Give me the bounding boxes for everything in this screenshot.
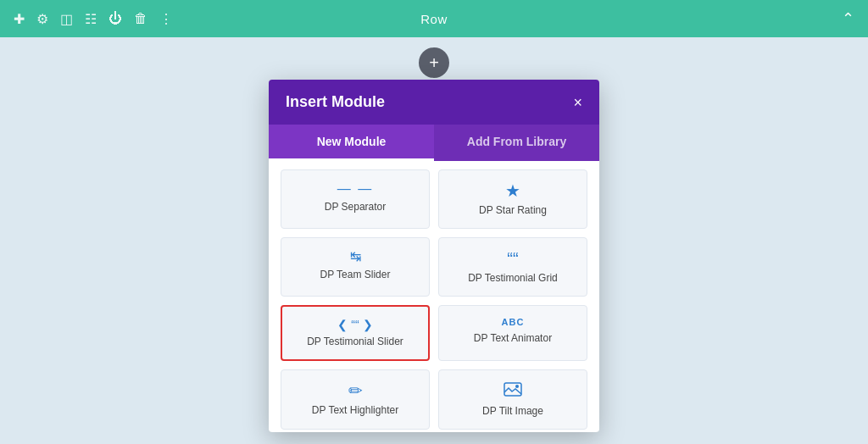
module-label: DP Text Highlighter (312, 404, 398, 416)
chevron-up-icon[interactable]: ⌃ (842, 9, 854, 28)
modal-title: Insert Module (286, 93, 385, 111)
module-item-dp-star-rating[interactable]: ★ DP Star Rating (438, 169, 587, 229)
module-label: DP Tilt Image (482, 405, 543, 417)
modal-tabs: New Module Add From Library (269, 125, 599, 161)
module-label: DP Testimonial Slider (307, 336, 403, 347)
module-label: DP Text Animator (474, 332, 552, 344)
module-label: DP Team Slider (320, 269, 391, 280)
modal-close-button[interactable]: × (573, 95, 582, 110)
svg-point-1 (515, 385, 519, 388)
grid-icon[interactable]: ☷ (85, 11, 97, 27)
insert-module-modal: Insert Module × New Module Add From Libr… (269, 80, 599, 432)
trash-icon[interactable]: 🗑 (134, 11, 147, 26)
dots-icon[interactable]: ⋮ (159, 11, 173, 27)
tab-new-module[interactable]: New Module (269, 125, 434, 161)
toolbar-title: Row (420, 12, 448, 26)
module-item-dp-text-animator[interactable]: ABC DP Text Animator (438, 305, 587, 361)
tilt-image-icon (504, 382, 522, 400)
team-slider-icon: ↹ (350, 250, 361, 264)
testimonial-slider-icon: ❮ ““ ❯ (337, 319, 372, 330)
module-item-dp-separator[interactable]: — — DP Separator (281, 169, 430, 229)
gear-icon[interactable]: ⚙ (36, 11, 48, 27)
star-icon: ★ (505, 182, 520, 199)
module-grid: — — DP Separator ★ DP Star Rating ↹ DP T… (269, 161, 599, 432)
main-area: + Insert Module × New Module Add From Li… (0, 37, 868, 444)
toolbar: ✚ ⚙ ◫ ☷ ⏻ 🗑 ⋮ Row ⌃ (0, 0, 868, 37)
separator-icon: — — (337, 182, 373, 196)
module-label: DP Testimonial Grid (468, 272, 558, 284)
quote-icon: ““ (507, 250, 518, 267)
layers-icon[interactable]: ◫ (60, 11, 73, 27)
modal-header: Insert Module × (269, 80, 599, 125)
module-label: DP Separator (325, 201, 387, 213)
module-label: DP Star Rating (479, 204, 547, 216)
plus-icon[interactable]: ✚ (14, 11, 25, 27)
module-item-dp-team-slider[interactable]: ↹ DP Team Slider (281, 237, 430, 297)
tab-add-from-library[interactable]: Add From Library (434, 125, 599, 161)
module-item-dp-testimonial-grid[interactable]: ““ DP Testimonial Grid (438, 237, 587, 297)
text-animator-icon: ABC (502, 318, 525, 327)
add-module-button[interactable]: + (419, 47, 449, 78)
highlighter-icon: ✏ (348, 382, 363, 399)
power-icon[interactable]: ⏻ (108, 11, 122, 26)
module-item-dp-testimonial-slider[interactable]: ❮ ““ ❯ DP Testimonial Slider (281, 305, 430, 361)
module-item-dp-tilt-image[interactable]: DP Tilt Image (438, 369, 587, 430)
module-item-dp-text-highlighter[interactable]: ✏ DP Text Highlighter (281, 369, 430, 430)
